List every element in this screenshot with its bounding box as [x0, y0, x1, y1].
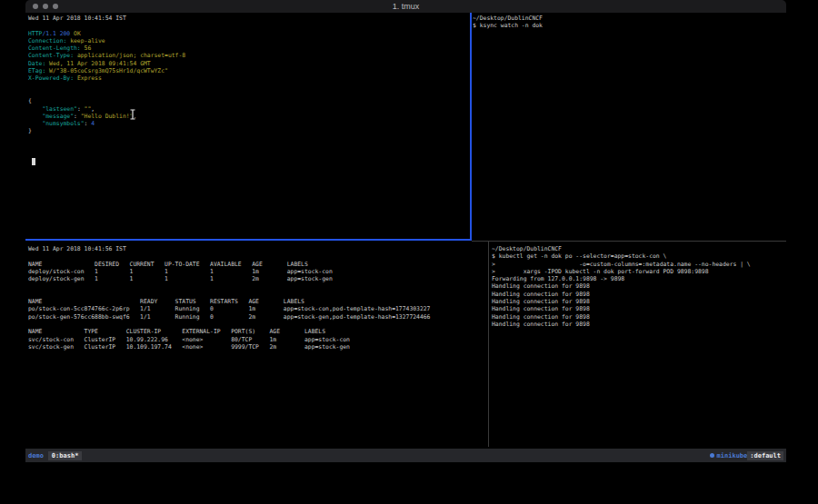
pane-ksync-watch[interactable]: ~/Desktop/DublinCNCF$ ksync watch -n dok — [473, 15, 782, 238]
status-right: minikube :default — [710, 451, 783, 460]
terminal-line — [28, 291, 484, 298]
terminal-line: "numsymbols": 4 — [28, 120, 467, 127]
terminal-line: Wed 11 Apr 2018 10:41:54 IST — [28, 15, 467, 22]
terminal-line: ~/Desktop/DublinCNCF — [492, 245, 783, 252]
terminal-line: svc/stock-con ClusterIP 10.99.222.96 <no… — [28, 336, 484, 343]
mouse-ibeam-cursor — [129, 109, 136, 120]
kube-context-cluster: minikube — [717, 452, 748, 460]
terminal-line: po/stock-con-5cc874766c-2p6rp 1/1 Runnin… — [28, 305, 484, 312]
pane-border-vertical[interactable] — [488, 242, 489, 447]
terminal-line: po/stock-gen-576cc688bb-swqf6 1/1 Runnin… — [28, 313, 484, 321]
pane-border-horizontal[interactable] — [472, 241, 786, 242]
title-bar[interactable]: 1. tmux — [25, 0, 786, 13]
terminal-window: 1. tmux Wed 11 Apr 2018 10:41:54 IST HTT… — [25, 0, 786, 462]
pane-kubectl-get[interactable]: Wed 11 Apr 2018 10:41:56 IST NAME DESIRE… — [28, 245, 484, 447]
terminal-line: Handling connection for 9898 — [492, 305, 783, 312]
terminal-line: Connection: keep-alive — [28, 37, 467, 44]
terminal-line: { — [28, 97, 467, 104]
terminal-line: ~/Desktop/DublinCNCF — [473, 15, 782, 22]
terminal-line: Handling connection for 9898 — [492, 321, 783, 328]
terminal-line: HTTP/1.1 200 OK — [28, 30, 467, 37]
terminal-line — [28, 150, 467, 157]
terminal-line: NAME DESIRED CURRENT UP-TO-DATE AVAILABL… — [28, 261, 484, 268]
terminal-body: Wed 11 Apr 2018 10:41:54 IST HTTP/1.1 20… — [25, 13, 786, 449]
terminal-line: deploy/stock-gen 1 1 1 1 2m app=stock-ge… — [28, 275, 484, 282]
window-tab-current[interactable]: 0:bash* — [48, 451, 83, 460]
terminal-line: Content-Type: application/json; charset=… — [28, 52, 467, 59]
terminal-line: Handling connection for 9898 — [492, 313, 783, 321]
terminal-line — [28, 282, 484, 290]
tmux-status-bar: demo 0:bash* minikube :default — [25, 449, 786, 462]
terminal-line: Content-Length: 56 — [28, 44, 467, 52]
kube-context-namespace: :default — [747, 451, 783, 460]
pane-port-forward[interactable]: ~/Desktop/DublinCNCF$ kubectl get -n dok… — [492, 245, 783, 447]
terminal-line: Date: Wed, 11 Apr 2018 09:41:54 GMT — [28, 60, 467, 67]
active-pane-border-vertical[interactable] — [470, 13, 472, 241]
terminal-line: $ ksync watch -n dok — [473, 22, 782, 29]
terminal-line — [28, 83, 467, 90]
desktop: 1. tmux Wed 11 Apr 2018 10:41:54 IST HTT… — [0, 0, 818, 504]
session-name[interactable]: demo — [28, 452, 44, 460]
terminal-line: Handling connection for 9898 — [492, 282, 783, 290]
terminal-line: Wed 11 Apr 2018 10:41:56 IST — [28, 245, 484, 252]
terminal-line: svc/stock-gen ClusterIP 10.109.197.74 <n… — [28, 343, 484, 351]
terminal-line — [28, 252, 484, 260]
terminal-line: > -o=custom-columns=:metadata.name --no-… — [492, 261, 783, 268]
terminal-line: ETag: W/"38-05coCsrg3mQ75sHr1d/qcWTwYZc" — [28, 67, 467, 74]
terminal-line: NAME READY STATUS RESTARTS AGE LABELS — [28, 298, 484, 305]
terminal-line: X-Powered-By: Express — [28, 74, 467, 82]
terminal-line: } — [28, 127, 467, 134]
terminal-line — [28, 135, 467, 143]
kubernetes-helm-icon — [710, 453, 714, 458]
active-pane-border-horizontal[interactable] — [25, 239, 472, 241]
terminal-line — [28, 143, 467, 150]
terminal-line — [28, 22, 467, 29]
terminal-line: NAME TYPE CLUSTER-IP EXTERNAL-IP PORT(S)… — [28, 328, 484, 335]
terminal-line — [28, 90, 467, 97]
terminal-line: $ kubectl get -n dok po --selector=app=s… — [492, 252, 783, 260]
terminal-line — [28, 321, 484, 328]
terminal-line — [28, 158, 467, 165]
terminal-line: Handling connection for 9898 — [492, 298, 783, 305]
terminal-line: "lastseen": "", — [28, 105, 467, 113]
window-title: 1. tmux — [25, 0, 786, 13]
terminal-line: Forwarding from 127.0.0.1:9898 -> 9898 — [492, 275, 783, 282]
terminal-line: "message": "Hello Dublin!", — [28, 113, 467, 120]
terminal-line: deploy/stock-con 1 1 1 1 1m app=stock-co… — [28, 268, 484, 275]
pane-http-response[interactable]: Wed 11 Apr 2018 10:41:54 IST HTTP/1.1 20… — [28, 15, 467, 238]
terminal-line: Handling connection for 9898 — [492, 291, 783, 298]
terminal-line: > xargs -IPOD kubectl -n dok port-forwar… — [492, 268, 783, 275]
